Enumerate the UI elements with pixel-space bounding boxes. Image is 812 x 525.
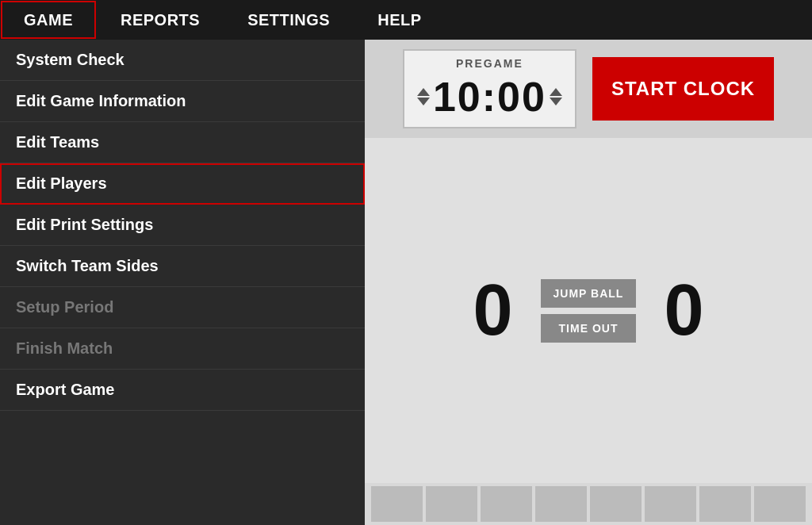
player-boxes-row	[365, 483, 812, 525]
main-area: System Check Edit Game Information Edit …	[0, 40, 812, 525]
dropdown-menu: System Check Edit Game Information Edit …	[0, 40, 365, 525]
seconds-up-arrow[interactable]	[550, 88, 562, 96]
player-box-8[interactable]	[754, 486, 806, 522]
player-box-2[interactable]	[426, 486, 477, 522]
away-score: 0	[652, 270, 715, 351]
menu-edit-players[interactable]: Edit Players	[0, 163, 365, 205]
start-clock-button[interactable]: START CLOCK	[592, 57, 774, 121]
home-score: 0	[462, 270, 525, 351]
menu-export-game[interactable]: Export Game	[0, 370, 365, 411]
menu-edit-teams[interactable]: Edit Teams	[0, 122, 365, 163]
time-out-button[interactable]: TIME OUT	[541, 314, 637, 343]
clock-display: 10:00	[417, 73, 562, 121]
scoreboard-area: PREGAME 10:00 START CLOCK	[365, 40, 812, 525]
menu-setup-period: Setup Period	[0, 287, 365, 328]
nav-help[interactable]: HELP	[354, 0, 445, 40]
menu-edit-game-info[interactable]: Edit Game Information	[0, 81, 365, 122]
nav-reports[interactable]: REPORTS	[97, 0, 224, 40]
minutes-up-arrow[interactable]	[417, 88, 430, 96]
clock-container: PREGAME 10:00	[403, 49, 576, 128]
nav-settings[interactable]: SETTINGS	[224, 0, 354, 40]
seconds-down-arrow[interactable]	[550, 98, 562, 105]
player-box-5[interactable]	[590, 486, 642, 522]
clock-section: PREGAME 10:00 START CLOCK	[365, 40, 812, 138]
nav-game[interactable]: GAME	[0, 0, 97, 40]
nav-bar: GAME REPORTS SETTINGS HELP	[0, 0, 812, 40]
player-box-6[interactable]	[645, 486, 696, 522]
menu-edit-print-settings[interactable]: Edit Print Settings	[0, 205, 365, 246]
player-box-1[interactable]	[371, 486, 423, 522]
clock-time: 10:00	[433, 73, 546, 121]
menu-system-check[interactable]: System Check	[0, 40, 365, 81]
menu-switch-team-sides[interactable]: Switch Team Sides	[0, 246, 365, 287]
minutes-arrows[interactable]	[417, 88, 430, 105]
player-box-7[interactable]	[699, 486, 751, 522]
player-box-4[interactable]	[535, 486, 587, 522]
minutes-down-arrow[interactable]	[417, 98, 430, 105]
jump-ball-button[interactable]: JUMP BALL	[541, 279, 637, 308]
clock-seconds: 00	[497, 74, 546, 120]
pregame-label: PREGAME	[417, 57, 562, 70]
player-box-3[interactable]	[481, 486, 532, 522]
center-buttons: JUMP BALL TIME OUT	[541, 279, 637, 343]
clock-separator: :	[482, 74, 497, 120]
menu-finish-match: Finish Match	[0, 328, 365, 370]
score-section: 0 JUMP BALL TIME OUT 0	[365, 138, 812, 483]
seconds-arrows[interactable]	[550, 88, 562, 105]
clock-minutes: 10	[433, 74, 482, 120]
